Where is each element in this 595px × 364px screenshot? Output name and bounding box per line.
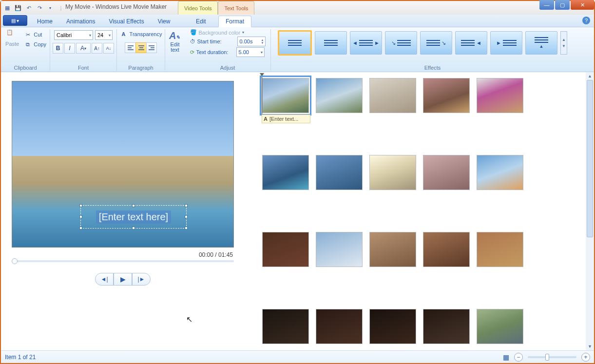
spinner-icon[interactable]: ▲▼ [261, 38, 265, 44]
window-minimize-button[interactable]: — [539, 0, 554, 10]
clip-thumbnail-19[interactable] [423, 309, 470, 344]
clip-thumbnail-5[interactable] [477, 78, 523, 113]
text-overlay-content[interactable]: [Enter text here] [96, 211, 171, 224]
zoom-in-button[interactable]: + [581, 353, 590, 362]
effects-gallery-more[interactable]: ▲▼ [560, 31, 567, 55]
clip-thumbnail-4[interactable] [423, 78, 470, 113]
start-time-value: 0.00s [240, 38, 253, 44]
background-color-button[interactable]: 🪣 Background color ▾ [190, 29, 266, 36]
effect-option-3[interactable]: ◄► [350, 31, 382, 55]
effect-option-8[interactable]: ▲ [525, 31, 557, 55]
text-badge-icon: A [264, 116, 268, 122]
scrollbar-thumb[interactable] [587, 80, 593, 237]
clip-thumbnail-1[interactable]: A [Enter text... [262, 78, 309, 113]
align-right-button[interactable] [146, 42, 157, 53]
window-close-button[interactable]: ✕ [571, 0, 594, 10]
scroll-up-icon[interactable]: ▲ [586, 72, 594, 80]
clip-thumbnail-3[interactable] [369, 78, 416, 113]
paste-button[interactable]: 📋 Paste [2, 28, 22, 62]
transparency-button[interactable]: A Transparency [118, 28, 164, 38]
edit-text-button[interactable]: A✎ Edit text [166, 29, 184, 54]
tab-home[interactable]: Home [30, 16, 59, 27]
clip-thumbnail-11[interactable] [262, 232, 309, 267]
align-left-icon [127, 45, 134, 51]
clip-thumbnail-2[interactable] [316, 78, 363, 113]
clip-thumbnail-18[interactable] [369, 309, 416, 344]
tab-visual-effects[interactable]: Visual Effects [102, 16, 151, 27]
zoom-slider-thumb[interactable] [545, 354, 549, 361]
qat-redo-icon[interactable]: ↷ [35, 3, 44, 12]
cut-button[interactable]: ✂ Cut [22, 30, 48, 39]
clip-thumbnail-12[interactable] [316, 232, 363, 267]
window-maximize-button[interactable]: ▢ [555, 0, 570, 10]
zoom-slider[interactable] [528, 356, 576, 358]
preview-video[interactable]: [Enter text here] [12, 81, 234, 248]
scissors-icon: ✂ [24, 31, 32, 38]
copy-button[interactable]: ⧉ Copy [22, 40, 48, 49]
background-color-label: Background color [199, 30, 241, 36]
clipboard-icon: 📋 [6, 29, 18, 41]
clip-thumbnail-20[interactable] [477, 309, 523, 344]
duration-input[interactable]: 5.00 ▾ [236, 47, 265, 57]
help-button[interactable]: ? [582, 17, 590, 24]
window-title: My Movie - Windows Live Movie Maker [65, 3, 167, 10]
clip-thumbnail-7[interactable] [316, 155, 363, 190]
storyboard-scrollbar[interactable]: ▲ ▼ [586, 72, 594, 350]
mouse-cursor-icon: ↖ [186, 315, 192, 324]
clip-text-badge[interactable]: A [Enter text... [262, 115, 310, 123]
qat-save-icon[interactable]: 💾 [14, 3, 22, 12]
start-time-input[interactable]: 0.00s ▲▼ [237, 37, 266, 46]
context-tab-text-tools[interactable]: Text Tools [218, 1, 254, 15]
align-center-icon [138, 45, 145, 51]
seek-thumb[interactable] [12, 258, 18, 264]
clip-thumbnail-14[interactable] [423, 232, 470, 267]
application-menu-button[interactable]: ▤ ▾ [3, 15, 27, 26]
font-name-combo[interactable]: Calibri▾ [54, 30, 93, 40]
tab-edit[interactable]: Edit [189, 16, 213, 27]
previous-frame-button[interactable]: ◄| [95, 273, 114, 286]
tab-format[interactable]: Format [218, 16, 251, 27]
play-button[interactable]: ▶ [114, 273, 132, 286]
edit-text-label: Edit text [171, 42, 180, 53]
tab-view[interactable]: View [151, 16, 177, 27]
group-adjust: 🪣 Background color ▾ ⏱ Start time: 0.00s… [185, 27, 270, 72]
effect-option-1[interactable] [278, 30, 312, 56]
qat-customize-icon[interactable]: ▾ [46, 3, 55, 12]
effect-option-2[interactable] [315, 31, 347, 55]
font-color-button[interactable]: A▾ [76, 43, 91, 54]
font-size-combo[interactable]: 24▾ [95, 30, 113, 40]
grow-font-button[interactable]: A↑ [92, 43, 102, 54]
storyboard-pane[interactable]: A [Enter text... [250, 72, 594, 350]
view-thumbnails-button[interactable]: ▦ [503, 353, 509, 361]
clip-thumbnail-9[interactable] [423, 155, 470, 190]
qat-undo-icon[interactable]: ↶ [24, 3, 33, 12]
clip-thumbnail-10[interactable] [477, 155, 523, 190]
clip-thumbnail-17[interactable] [316, 309, 363, 344]
effect-option-7[interactable]: ► [490, 31, 522, 55]
clip-thumbnail-16[interactable] [262, 309, 309, 344]
context-tab-video-tools[interactable]: Video Tools [178, 1, 218, 15]
statusbar: Item 1 of 21 ▦ − + [1, 350, 594, 363]
tab-animations[interactable]: Animations [59, 16, 102, 27]
clip-thumbnail-6[interactable] [262, 155, 309, 190]
italic-button[interactable]: I [64, 43, 75, 54]
status-item-count: Item 1 of 21 [5, 354, 36, 361]
align-center-button[interactable] [135, 42, 146, 53]
paint-bucket-icon: 🪣 [190, 29, 197, 36]
effect-option-5[interactable]: ↘ [420, 31, 452, 55]
seek-bar[interactable] [12, 260, 234, 262]
scroll-down-icon[interactable]: ▼ [586, 343, 594, 350]
next-frame-button[interactable]: |► [132, 273, 151, 286]
clip-thumbnail-15[interactable] [477, 232, 523, 267]
bold-button[interactable]: B [53, 43, 63, 54]
effect-option-4[interactable]: ↘ [385, 31, 417, 55]
clip-thumbnail-13[interactable] [369, 232, 416, 267]
group-clipboard: 📋 Paste ✂ Cut ⧉ Copy [1, 27, 50, 72]
preview-timecode: 00:00 / 01:45 [12, 248, 234, 260]
zoom-out-button[interactable]: − [514, 353, 523, 362]
shrink-font-button[interactable]: A↓ [103, 43, 114, 54]
align-left-button[interactable] [125, 42, 135, 53]
clip-thumbnail-8[interactable] [369, 155, 416, 190]
text-overlay-editor[interactable]: [Enter text here] [80, 205, 187, 229]
effect-option-6[interactable]: ◄ [455, 31, 487, 55]
